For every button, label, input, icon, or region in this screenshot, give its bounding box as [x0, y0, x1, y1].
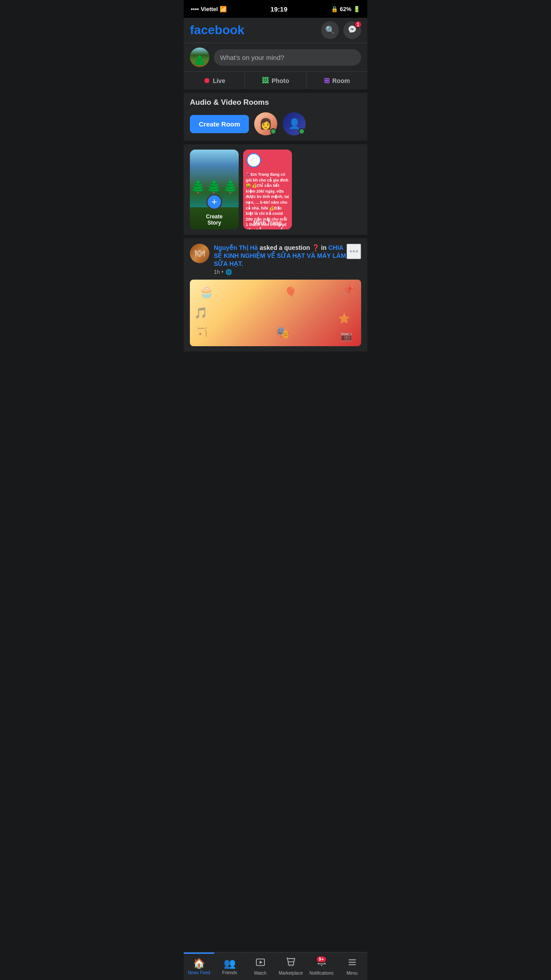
- post-user-name[interactable]: Nguyễn Thị Hà: [214, 244, 258, 251]
- status-bar: ▪▪▪▪ Viettel 📶 19:19 🔒 62% 🔋: [184, 0, 367, 18]
- rooms-title: Audio & Video Rooms: [190, 98, 361, 107]
- deco-star: ⭐: [338, 313, 350, 324]
- composer-input[interactable]: What's on your mind?: [214, 49, 361, 66]
- post-action-text: asked a question: [260, 244, 310, 251]
- signal-icon: ▪▪▪▪: [191, 6, 199, 12]
- live-button[interactable]: ⏺ Live: [184, 72, 245, 89]
- room-avatar-2[interactable]: 👤: [283, 112, 306, 135]
- rooms-section: Audio & Video Rooms Create Room 👩 👤: [184, 93, 367, 141]
- status-left: ▪▪▪▪ Viettel 📶: [191, 6, 227, 12]
- stories-section: 🌲🌲🌲 + CreateStory 🏷 🌺Em Trang đang có gó…: [184, 144, 367, 235]
- minh-trang-label: Minh Trang: [243, 220, 292, 226]
- header-icons: 🔍 1: [321, 21, 361, 39]
- status-right: 🔒 62% 🔋: [331, 6, 360, 12]
- online-indicator-2: [299, 128, 305, 134]
- deco-balloons: 🎈: [284, 286, 297, 299]
- post-visibility-icon: 🌐: [225, 269, 232, 275]
- battery-icon: 🔋: [353, 6, 360, 12]
- photo-label: Photo: [272, 77, 289, 84]
- post-item: 🍽 Nguyễn Thị Hà asked a question ❓ in CH…: [184, 238, 367, 352]
- create-story-card[interactable]: 🌲🌲🌲 + CreateStory: [190, 150, 239, 229]
- minh-trang-avatar: 🏷: [247, 153, 261, 167]
- live-icon: ⏺: [203, 77, 210, 85]
- app-header: facebook 🔍 1: [184, 18, 367, 43]
- post-meta: 1h • 🌐: [214, 269, 346, 275]
- deco-mask: 🎭: [276, 326, 290, 340]
- carrier-name: Viettel: [201, 6, 218, 12]
- facebook-logo: facebook: [190, 23, 244, 37]
- post-avatar-emoji: 🍽: [195, 248, 205, 259]
- deco-music: 🎵: [194, 307, 208, 319]
- user-avatar: 🌲: [190, 47, 209, 67]
- post-dot: •: [221, 269, 223, 275]
- status-time: 19:19: [270, 5, 287, 13]
- search-icon: 🔍: [325, 25, 335, 35]
- wifi-icon: 📶: [220, 6, 227, 12]
- girl-avatar-emoji: 👩: [259, 118, 272, 130]
- post-details: Nguyễn Thị Hà asked a question ❓ in CHIA…: [214, 244, 346, 275]
- rooms-row: Create Room 👩 👤: [190, 112, 361, 135]
- post-composer: 🌲 What's on your mind?: [184, 43, 367, 72]
- messenger-button[interactable]: 1: [343, 21, 361, 39]
- live-label: Live: [213, 77, 225, 84]
- post-image: 🧁 🎈 📌 🎭 📷 🎵 🏹 ⭐: [190, 280, 361, 346]
- room-label: Room: [332, 77, 350, 84]
- deco-cupcake: 🧁: [199, 284, 214, 299]
- ceo-avatar-emoji: 👤: [288, 118, 300, 130]
- post-preposition: in: [321, 244, 327, 251]
- create-room-button[interactable]: Create Room: [190, 115, 249, 133]
- deco-arrow: 🏹: [197, 327, 208, 337]
- online-indicator-1: [270, 128, 276, 134]
- deco-pushpin: 📌: [342, 284, 354, 296]
- minh-trang-story[interactable]: 🏷 🌺Em Trang đang có gói bh cho cả gia đì…: [243, 150, 292, 229]
- create-story-label: CreateStory: [190, 213, 239, 226]
- post-emoji: ❓: [312, 244, 319, 251]
- room-icon: ⊞: [324, 76, 330, 85]
- minh-trang-avatar-emoji: 🏷: [250, 156, 257, 164]
- post-time: 1h: [214, 269, 220, 275]
- post-header: 🍽 Nguyễn Thị Hà asked a question ❓ in CH…: [190, 244, 361, 275]
- post-image-decorations: 🧁 🎈 📌 🎭 📷 🎵 🏹 ⭐: [190, 280, 361, 346]
- post-user-avatar: 🍽: [190, 244, 209, 263]
- post-user-info: 🍽 Nguyễn Thị Hà asked a question ❓ in CH…: [190, 244, 346, 275]
- battery-percentage: 62%: [340, 6, 351, 12]
- create-story-plus: +: [206, 194, 222, 210]
- deco-camera: 📷: [340, 330, 352, 342]
- search-button[interactable]: 🔍: [321, 21, 339, 39]
- action-bar: ⏺ Live 🖼 Photo ⊞ Room: [184, 72, 367, 93]
- post-full-text: Nguyễn Thị Hà asked a question ❓ in CHIA…: [214, 244, 346, 268]
- lock-icon: 🔒: [331, 6, 338, 12]
- post-more-button[interactable]: •••: [346, 244, 361, 259]
- photo-button[interactable]: 🖼 Photo: [245, 72, 306, 89]
- messenger-badge: 1: [354, 20, 362, 28]
- room-avatar-1[interactable]: 👩: [254, 112, 277, 135]
- photo-icon: 🖼: [262, 77, 269, 85]
- room-button[interactable]: ⊞ Room: [307, 72, 367, 89]
